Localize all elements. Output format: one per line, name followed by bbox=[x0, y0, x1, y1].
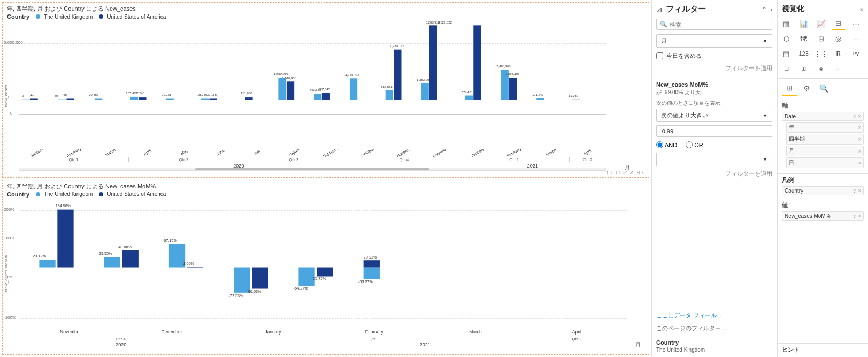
svg-text:6,329,822: 6,329,822 bbox=[437, 21, 452, 24]
svg-rect-53 bbox=[57, 209, 73, 267]
filter-collapse-icon[interactable]: ⌃ bbox=[762, 6, 767, 13]
quarter-remove-icon[interactable]: × bbox=[858, 136, 861, 142]
viz-icon-gauge[interactable]: ◎ bbox=[832, 32, 845, 45]
or-radio-label[interactable]: OR bbox=[686, 141, 703, 148]
svg-rect-36 bbox=[421, 83, 428, 100]
value-section: 値 New_cases MoM% ∨ × bbox=[778, 199, 868, 224]
filter-search-input[interactable] bbox=[670, 21, 769, 28]
y-axis-label-2: New_cases MoM% bbox=[4, 255, 9, 292]
viz-tab-row: ⊞ ⚙ 🔍 bbox=[778, 78, 868, 98]
svg-rect-0 bbox=[22, 100, 29, 100]
viz-icon-card[interactable]: ▤ bbox=[780, 47, 793, 60]
svg-text:111,638: 111,638 bbox=[241, 92, 252, 95]
or-radio[interactable] bbox=[686, 141, 693, 148]
svg-text:0: 0 bbox=[22, 94, 24, 97]
country-filter-title: Country bbox=[656, 339, 772, 346]
year-remove-icon[interactable]: × bbox=[858, 125, 861, 131]
viz-icon-kpi[interactable]: 123 bbox=[797, 47, 810, 60]
viz-icon-map[interactable]: 🗺 bbox=[797, 32, 810, 45]
svg-rect-22 bbox=[278, 78, 286, 100]
svg-rect-5 bbox=[66, 98, 74, 100]
viz-icon-custom2[interactable]: ⊞ bbox=[797, 62, 810, 75]
filter-expand-icon[interactable]: › bbox=[770, 6, 772, 13]
and-radio-label[interactable]: AND bbox=[656, 141, 677, 148]
today-label: 今日を含める bbox=[666, 52, 702, 60]
chart2-panel: 年, 四半期, 月 および Country による New_cases MoM%… bbox=[2, 180, 649, 355]
month-dropdown[interactable]: 月 ▼ bbox=[656, 34, 772, 48]
svg-rect-27 bbox=[322, 93, 330, 100]
condition-value-input[interactable] bbox=[656, 125, 772, 137]
viz-icon-r[interactable]: R bbox=[832, 47, 845, 60]
svg-rect-32 bbox=[386, 90, 393, 100]
viz-icon-custom4[interactable]: ··· bbox=[832, 62, 845, 75]
dropdown-chevron: ▼ bbox=[763, 39, 767, 44]
viz-icon-col[interactable]: 📊 bbox=[797, 17, 810, 30]
svg-rect-42 bbox=[473, 25, 481, 100]
tab-analytics[interactable]: 🔍 bbox=[816, 81, 831, 96]
svg-text:87,240: 87,240 bbox=[135, 92, 145, 95]
today-checkbox-row[interactable]: 今日を含める bbox=[656, 52, 772, 60]
apply-filter-btn-2[interactable]: フィルターを適用 bbox=[656, 170, 772, 178]
svg-text:1.05%: 1.05% bbox=[183, 261, 195, 265]
viz-icon-py[interactable]: Py bbox=[849, 47, 862, 60]
filter-search-box[interactable]: 🔍 bbox=[656, 19, 772, 30]
viz-icons-row3: ▤ 123 ⋮⋮ R Py bbox=[778, 46, 868, 61]
sort-icon2[interactable]: ↓↑ bbox=[615, 169, 621, 176]
condition-dropdown-chevron: ▼ bbox=[763, 113, 767, 118]
chart2-svg: 23.12% 164.96% 29.95% 48.08% 67.15% 1.05… bbox=[20, 199, 409, 329]
viz-icon-area[interactable]: ⊟ bbox=[832, 17, 845, 30]
apply-filter-btn-1[interactable]: フィルターを適用 bbox=[656, 64, 772, 72]
viz-icon-pie[interactable]: ⬡ bbox=[780, 32, 793, 45]
mom-remove-icon[interactable]: ∨ × bbox=[852, 213, 861, 219]
chart1-legend-uk: The United Kingdom bbox=[36, 14, 93, 20]
today-checkbox[interactable] bbox=[656, 52, 663, 59]
viz-icon-table[interactable]: ⊞ bbox=[815, 32, 827, 45]
tab-fields[interactable]: ⊞ bbox=[782, 81, 797, 96]
month-remove-icon[interactable]: × bbox=[858, 148, 861, 154]
and-radio[interactable] bbox=[656, 141, 663, 148]
tab-format[interactable]: ⚙ bbox=[799, 81, 814, 96]
filter-funnel-icon: ⊿ bbox=[656, 5, 663, 14]
here-data-filter[interactable]: ここにデータ フィール... bbox=[656, 309, 772, 322]
filter-icon[interactable]: ⊿ bbox=[629, 169, 634, 176]
svg-rect-11 bbox=[139, 97, 146, 100]
chart2-x-axis: November December January February March… bbox=[20, 328, 627, 348]
country-remove-icon[interactable]: ∨ × bbox=[852, 188, 861, 194]
day-remove-icon[interactable]: × bbox=[858, 160, 861, 166]
svg-rect-16 bbox=[201, 98, 209, 100]
sort-up-icon[interactable]: ↑ bbox=[606, 169, 609, 176]
viz-icon-bar[interactable]: ▦ bbox=[780, 17, 793, 30]
axis-section: 軸 Date ∨ × 年 × 四半期 × 月 × 日 × bbox=[778, 98, 868, 173]
svg-rect-65 bbox=[252, 267, 268, 288]
sort-down-icon[interactable]: ↓ bbox=[610, 169, 613, 176]
svg-text:171,247: 171,247 bbox=[532, 93, 544, 96]
condition-dropdown[interactable]: 次の値より大きい: ▼ bbox=[656, 109, 772, 122]
viz-icon-custom1[interactable]: ⊟ bbox=[780, 62, 793, 75]
viz-icon-line[interactable]: 📈 bbox=[815, 17, 827, 30]
chart1-toolbar: ↑ ↓ ↓↑ ⤢ ⊿ ⊡ ··· bbox=[604, 169, 649, 176]
viz-close-icon[interactable]: × bbox=[859, 5, 864, 13]
empty-dropdown[interactable]: ▼ bbox=[656, 153, 772, 166]
more-icon[interactable]: ··· bbox=[642, 169, 647, 176]
viz-icon-scatter[interactable]: ⋯ bbox=[849, 17, 862, 30]
svg-rect-45 bbox=[509, 78, 517, 100]
svg-rect-8 bbox=[95, 98, 102, 100]
y-axis-label-1: New_cases bbox=[4, 85, 9, 107]
svg-text:30: 30 bbox=[55, 94, 58, 97]
svg-text:29,151: 29,151 bbox=[162, 93, 172, 96]
svg-rect-17 bbox=[210, 98, 217, 100]
chart1-scrollbar[interactable] bbox=[19, 168, 606, 171]
page-filter[interactable]: このページのフィルター ... bbox=[656, 322, 772, 335]
chart1-legend-label: Country bbox=[7, 13, 29, 20]
expand-icon[interactable]: ⤢ bbox=[623, 169, 627, 176]
chart1-title: 年, 四半期, 月 および Country による New_cases bbox=[3, 3, 649, 13]
filter-panel: ⊿ フィルター ⌃ › 🔍 月 ▼ 今日を含める フィルターを適用 bbox=[651, 0, 777, 357]
viz-icon-slicer[interactable]: ⋮⋮ bbox=[815, 47, 827, 60]
value-label: 値 bbox=[782, 201, 864, 209]
date-remove-icon[interactable]: ∨ × bbox=[852, 113, 861, 119]
viz-icon-more[interactable]: ··· bbox=[849, 32, 862, 45]
chart1-panel: 年, 四半期, 月 および Country による New_cases Coun… bbox=[2, 2, 649, 178]
viz-icon-custom3[interactable]: ◈ bbox=[815, 62, 827, 75]
focus-icon[interactable]: ⊡ bbox=[635, 169, 640, 176]
axis-item-date: Date ∨ × bbox=[782, 112, 864, 121]
